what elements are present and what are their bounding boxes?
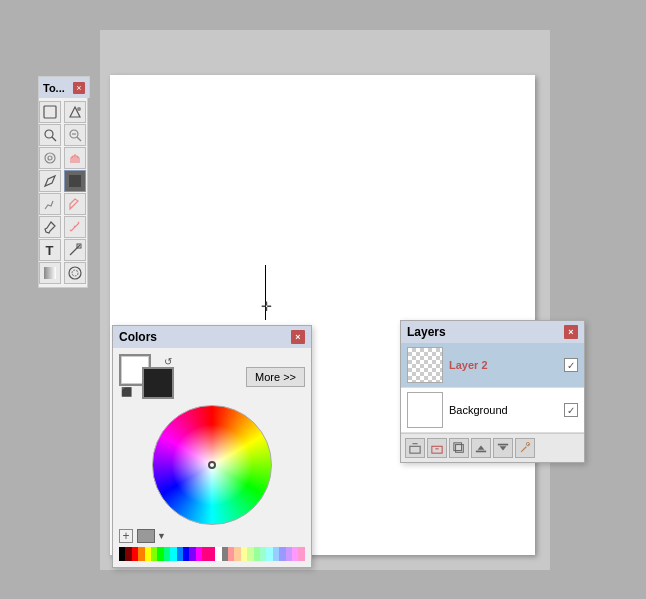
- move-down-btn[interactable]: [493, 438, 513, 458]
- add-layer-btn[interactable]: [405, 438, 425, 458]
- layer-row[interactable]: Background✓: [401, 388, 584, 433]
- wheel-dot: [208, 461, 216, 469]
- svg-rect-11: [44, 267, 56, 279]
- svg-point-8: [48, 156, 52, 160]
- layers-panel: Layers × Layer 2✓Background✓: [400, 320, 585, 463]
- tool-pan[interactable]: [64, 124, 86, 146]
- tool-measure[interactable]: [64, 216, 86, 238]
- layers-toolbar: [401, 433, 584, 462]
- svg-point-13: [69, 267, 81, 279]
- svg-rect-18: [456, 445, 464, 453]
- colors-panel: Colors × ↺ ⬛ More >> + ▼: [112, 325, 312, 568]
- move-icon: ✛: [258, 298, 274, 314]
- tool-spray[interactable]: [39, 193, 61, 215]
- colors-content: ↺ ⬛ More >> + ▼: [113, 348, 311, 567]
- svg-point-12: [72, 270, 78, 276]
- swatch-arrow: ↺: [164, 356, 172, 367]
- color-wheel-container: [119, 405, 305, 525]
- toolbar-header: To... ×: [38, 76, 90, 98]
- add-color-btn[interactable]: +: [119, 529, 133, 543]
- tool-fill-dark[interactable]: [64, 170, 86, 192]
- color-mode-box: [137, 529, 155, 543]
- layer-settings-btn[interactable]: [515, 438, 535, 458]
- color-mode-selector[interactable]: ▼: [137, 529, 166, 543]
- tool-node[interactable]: [64, 101, 86, 123]
- colors-panel-title: Colors: [119, 330, 157, 344]
- tool-gradient[interactable]: [39, 262, 61, 284]
- color-wheel[interactable]: [152, 405, 272, 525]
- svg-rect-20: [476, 451, 486, 453]
- more-button[interactable]: More >>: [246, 367, 305, 387]
- svg-rect-14: [410, 446, 420, 453]
- svg-rect-0: [44, 106, 56, 118]
- tool-pen[interactable]: [39, 170, 61, 192]
- svg-rect-19: [454, 443, 462, 451]
- duplicate-layer-btn[interactable]: [449, 438, 469, 458]
- tool-hand[interactable]: [64, 147, 86, 169]
- fg-bg-swatch[interactable]: ↺ ⬛: [119, 354, 174, 399]
- svg-point-22: [526, 442, 529, 445]
- remove-layer-btn[interactable]: [427, 438, 447, 458]
- palette-color-swatch[interactable]: [298, 547, 304, 561]
- svg-rect-9: [69, 175, 81, 187]
- tool-pencil[interactable]: [39, 147, 61, 169]
- tool-grid: T: [41, 101, 85, 284]
- layers-panel-title: Layers: [407, 325, 446, 339]
- toolbar-close-btn[interactable]: ×: [73, 82, 85, 94]
- layer-name: Layer 2: [449, 359, 558, 371]
- color-mode-arrow: ▼: [157, 531, 166, 541]
- layer-thumbnail: [407, 347, 443, 383]
- svg-rect-21: [498, 444, 508, 446]
- svg-point-2: [45, 130, 53, 138]
- tool-star[interactable]: [64, 262, 86, 284]
- layer-thumbnail: [407, 392, 443, 428]
- layers-panel-header: Layers ×: [401, 321, 584, 343]
- swatch-reset: ⬛: [121, 387, 132, 397]
- toolbar-title: To...: [43, 82, 65, 94]
- layers-list: Layer 2✓Background✓: [401, 343, 584, 433]
- colors-panel-close[interactable]: ×: [291, 330, 305, 344]
- colors-bottom-row: + ▼: [119, 529, 305, 543]
- tool-text[interactable]: T: [39, 239, 61, 261]
- svg-rect-16: [432, 446, 442, 453]
- tool-zoom-out[interactable]: [39, 124, 61, 146]
- svg-point-1: [77, 107, 81, 111]
- toolbar-panel: To... ×: [38, 97, 88, 288]
- svg-line-3: [52, 137, 56, 141]
- colors-top-row: ↺ ⬛ More >>: [119, 354, 305, 399]
- svg-point-7: [45, 153, 55, 163]
- layer-visibility-checkbox[interactable]: ✓: [564, 403, 578, 417]
- tool-connector[interactable]: [64, 239, 86, 261]
- color-palette-bar[interactable]: [119, 547, 305, 561]
- layer-row[interactable]: Layer 2✓: [401, 343, 584, 388]
- swatch-bg[interactable]: [142, 367, 174, 399]
- move-up-btn[interactable]: [471, 438, 491, 458]
- svg-line-5: [77, 137, 81, 141]
- layers-panel-close[interactable]: ×: [564, 325, 578, 339]
- layer-visibility-checkbox[interactable]: ✓: [564, 358, 578, 372]
- layer-name: Background: [449, 404, 558, 416]
- tool-dropper[interactable]: [39, 216, 61, 238]
- tool-eraser[interactable]: [64, 193, 86, 215]
- colors-panel-header: Colors ×: [113, 326, 311, 348]
- tool-select[interactable]: [39, 101, 61, 123]
